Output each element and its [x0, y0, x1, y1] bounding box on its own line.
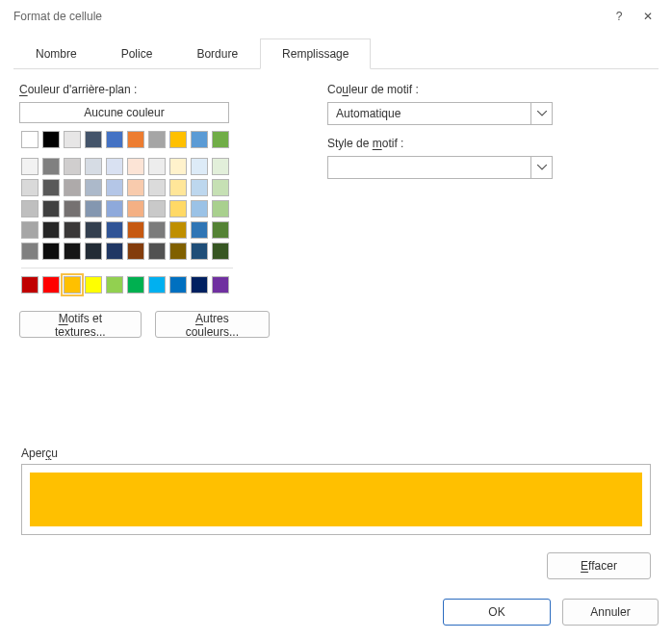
chevron-down-icon[interactable] — [530, 157, 552, 178]
color-swatch[interactable] — [42, 131, 60, 148]
color-swatch[interactable] — [212, 179, 229, 196]
color-swatch[interactable] — [85, 179, 102, 196]
color-swatch[interactable] — [64, 221, 81, 239]
color-swatch[interactable] — [64, 276, 81, 294]
color-swatch[interactable] — [191, 131, 208, 148]
color-swatch[interactable] — [21, 131, 39, 148]
color-swatch[interactable] — [106, 221, 123, 239]
color-swatch[interactable] — [106, 179, 123, 196]
clear-button[interactable]: Effacer — [547, 552, 651, 579]
tab-police[interactable]: Police — [99, 38, 175, 69]
separator — [21, 268, 233, 268]
color-swatch[interactable] — [42, 200, 60, 217]
help-button[interactable]: ? — [605, 2, 633, 31]
color-swatch[interactable] — [64, 200, 81, 217]
color-swatch[interactable] — [85, 243, 102, 260]
pattern-style-value — [328, 157, 530, 178]
color-swatch[interactable] — [106, 243, 123, 260]
dialog-footer: OK Annuler — [443, 599, 659, 626]
preview-label: Aperçu — [21, 447, 651, 460]
color-swatch[interactable] — [148, 221, 166, 239]
color-swatch[interactable] — [42, 179, 60, 196]
window-title: Format de cellule — [13, 10, 605, 23]
color-swatch[interactable] — [191, 243, 208, 260]
color-swatch[interactable] — [64, 179, 81, 196]
color-swatch[interactable] — [148, 243, 166, 260]
color-swatch[interactable] — [85, 200, 102, 217]
color-swatch[interactable] — [106, 276, 123, 294]
color-swatch[interactable] — [169, 276, 187, 294]
tab-nombre[interactable]: Nombre — [13, 38, 99, 69]
color-swatch[interactable] — [21, 179, 39, 196]
color-swatch[interactable] — [42, 158, 60, 175]
color-swatch[interactable] — [42, 243, 60, 260]
color-swatch[interactable] — [191, 158, 208, 175]
preview-swatch — [30, 473, 642, 526]
color-swatch[interactable] — [64, 131, 81, 148]
color-swatch[interactable] — [148, 131, 166, 148]
color-swatch[interactable] — [21, 243, 39, 260]
color-swatch[interactable] — [169, 243, 187, 260]
pattern-style-combo[interactable] — [327, 156, 553, 179]
color-swatch[interactable] — [169, 131, 187, 148]
color-swatch[interactable] — [191, 276, 208, 294]
theme-color-row — [19, 129, 236, 150]
color-swatch[interactable] — [169, 200, 187, 217]
ok-button[interactable]: OK — [443, 599, 551, 626]
color-swatch[interactable] — [106, 158, 123, 175]
color-swatch[interactable] — [21, 158, 39, 175]
pattern-color-value: Automatique — [328, 103, 530, 124]
tab-bordure[interactable]: Bordure — [174, 38, 260, 69]
color-swatch[interactable] — [169, 158, 187, 175]
standard-color-row — [19, 274, 236, 295]
color-swatch[interactable] — [106, 131, 123, 148]
cancel-button[interactable]: Annuler — [562, 599, 659, 626]
fill-effects-button[interactable]: Motifs et textures... — [19, 311, 142, 338]
color-swatch[interactable] — [85, 221, 102, 239]
color-swatch[interactable] — [42, 221, 60, 239]
color-swatch[interactable] — [85, 158, 102, 175]
color-swatch[interactable] — [212, 200, 229, 217]
color-swatch[interactable] — [42, 276, 60, 294]
bgcolor-label: Couleur d'arrière-plan : — [19, 83, 270, 96]
color-swatch[interactable] — [191, 200, 208, 217]
color-swatch[interactable] — [148, 179, 166, 196]
pattern-style-label: Style de motif : — [327, 137, 553, 150]
no-color-button[interactable]: Aucune couleur — [19, 102, 229, 123]
color-swatch[interactable] — [127, 179, 144, 196]
color-swatch[interactable] — [21, 200, 39, 217]
color-swatch[interactable] — [106, 200, 123, 217]
color-swatch[interactable] — [127, 276, 144, 294]
color-swatch[interactable] — [148, 200, 166, 217]
color-swatch[interactable] — [85, 131, 102, 148]
color-swatch[interactable] — [127, 243, 144, 260]
color-swatch[interactable] — [21, 276, 39, 294]
color-swatch[interactable] — [212, 158, 229, 175]
preview-box — [21, 464, 651, 535]
color-swatch[interactable] — [21, 221, 39, 239]
color-swatch[interactable] — [127, 221, 144, 239]
color-swatch[interactable] — [191, 179, 208, 196]
color-swatch[interactable] — [212, 276, 229, 294]
title-bar: Format de cellule ? ✕ — [0, 0, 672, 33]
color-swatch[interactable] — [148, 158, 166, 175]
color-swatch[interactable] — [212, 221, 229, 239]
color-swatch[interactable] — [169, 179, 187, 196]
tab-remplissage[interactable]: Remplissage — [260, 38, 371, 69]
color-swatch[interactable] — [127, 200, 144, 217]
close-button[interactable]: ✕ — [633, 2, 662, 31]
shade-grid — [19, 156, 236, 262]
color-swatch[interactable] — [169, 221, 187, 239]
color-swatch[interactable] — [64, 243, 81, 260]
color-swatch[interactable] — [148, 276, 166, 294]
color-swatch[interactable] — [64, 158, 81, 175]
chevron-down-icon[interactable] — [530, 103, 552, 124]
color-swatch[interactable] — [85, 276, 102, 294]
color-swatch[interactable] — [127, 131, 144, 148]
pattern-color-combo[interactable]: Automatique — [327, 102, 553, 125]
color-swatch[interactable] — [212, 131, 229, 148]
color-swatch[interactable] — [127, 158, 144, 175]
color-swatch[interactable] — [212, 243, 229, 260]
more-colors-button[interactable]: Autres couleurs... — [155, 311, 270, 338]
color-swatch[interactable] — [191, 221, 208, 239]
